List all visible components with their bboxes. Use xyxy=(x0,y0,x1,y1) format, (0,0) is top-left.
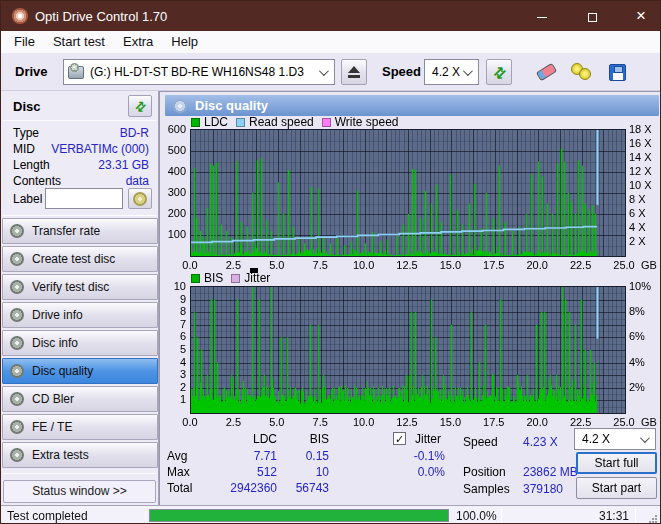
menu-item-file[interactable]: File xyxy=(5,31,44,53)
disc-info-icon xyxy=(10,336,24,350)
ldc-chart xyxy=(190,129,626,257)
eject-button[interactable] xyxy=(341,59,367,85)
stats-speed-label: Speed xyxy=(463,435,498,449)
fe-te-icon xyxy=(10,420,24,434)
panel-header: Disc quality xyxy=(165,95,659,116)
disc-info-row-type: TypeBD-R xyxy=(13,126,149,141)
divider xyxy=(3,120,156,121)
elapsed-time: 31:31 xyxy=(561,509,629,523)
divider xyxy=(3,473,156,474)
drive-select-value: (G:) HL-DT-ST BD-RE WH16NS48 1.D3 xyxy=(90,65,304,79)
disc-section-title: Disc xyxy=(13,99,40,114)
sidebar: Disc ⇄ TypeBD-RMIDVERBATIMc (000)Length2… xyxy=(1,91,159,505)
jitter-checkbox[interactable]: ✓ xyxy=(393,432,406,445)
chevron-down-icon xyxy=(463,66,473,76)
stats-speed-value: 4.23 X xyxy=(523,435,558,449)
maximize-button[interactable] xyxy=(569,1,615,31)
speed-select[interactable]: 4.2 X xyxy=(424,59,479,85)
bis-jitter-chart xyxy=(190,286,626,414)
speed-label: Speed xyxy=(382,64,421,79)
menubar: FileStart testExtraHelp xyxy=(1,31,660,53)
stats-row-label: Avg xyxy=(167,449,187,463)
stats-position-label: Position xyxy=(463,465,506,479)
statusbar: Test completed 100.0% 31:31 xyxy=(1,505,660,524)
disc-info-row-mid: MIDVERBATIMc (000) xyxy=(13,142,149,157)
eraser-icon xyxy=(535,63,556,82)
save-button[interactable] xyxy=(602,58,632,86)
test-speed-select[interactable]: 4.2 X xyxy=(574,428,656,450)
sidebar-item-transfer-rate[interactable]: Transfer rate xyxy=(2,218,158,244)
write-label-button[interactable] xyxy=(128,188,152,209)
menu-item-help[interactable]: Help xyxy=(162,31,207,53)
sidebar-item-cd-bler[interactable]: CD Bler xyxy=(2,386,158,412)
stats-header-bis: BIS xyxy=(281,432,329,446)
menu-item-start-test[interactable]: Start test xyxy=(44,31,114,53)
gears-icon xyxy=(571,63,593,81)
extra-tests-icon xyxy=(10,448,24,462)
disc-info-label: MID xyxy=(13,142,35,156)
test-speed-value: 4.2 X xyxy=(582,432,610,446)
disc-info-row-contents: Contentsdata xyxy=(13,174,149,189)
titlebar: Opti Drive Control 1.70 × xyxy=(1,1,660,31)
sidebar-item-extra-tests[interactable]: Extra tests xyxy=(2,442,158,468)
stats-row-label: Total xyxy=(167,481,192,495)
sidebar-item-label: Extra tests xyxy=(32,448,89,462)
stats-bis-value: 56743 xyxy=(281,481,329,495)
progress-fill xyxy=(150,510,448,521)
app-window: Opti Drive Control 1.70 × FileStart test… xyxy=(0,0,661,524)
stats-jitter-value: 0.0% xyxy=(379,465,445,479)
sidebar-item-drive-info[interactable]: Drive info xyxy=(2,302,158,328)
stats-header-ldc: LDC xyxy=(197,432,277,446)
resize-grip[interactable] xyxy=(649,515,657,523)
sidebar-item-fe-te[interactable]: FE / TE xyxy=(2,414,158,440)
stats-ldc-value: 7.71 xyxy=(197,449,277,463)
speed-select-value: 4.2 X xyxy=(432,65,460,79)
options-button[interactable] xyxy=(567,58,597,86)
stats-samples-value: 379180 xyxy=(523,482,563,496)
verify-test-disc-icon xyxy=(10,280,24,294)
stats-bis-value: 10 xyxy=(281,465,329,479)
sidebar-item-disc-info[interactable]: Disc info xyxy=(2,330,158,356)
drive-select[interactable]: (G:) HL-DT-ST BD-RE WH16NS48 1.D3 xyxy=(63,59,335,85)
menu-item-extra[interactable]: Extra xyxy=(114,31,162,53)
sidebar-item-label: Disc info xyxy=(32,336,78,350)
sidebar-item-disc-quality[interactable]: Disc quality xyxy=(2,358,158,384)
sidebar-item-label: FE / TE xyxy=(32,420,72,434)
stats-jitter-value: -0.1% xyxy=(379,449,445,463)
start-part-button[interactable]: Start part xyxy=(576,477,657,499)
label-input[interactable] xyxy=(45,188,123,209)
sidebar-item-label: Transfer rate xyxy=(32,224,100,238)
sidebar-item-label: Create test disc xyxy=(32,252,115,266)
statusbar-separator xyxy=(635,508,636,523)
stats-row-label: Max xyxy=(167,465,190,479)
stats-ldc-value: 512 xyxy=(197,465,277,479)
close-button[interactable]: × xyxy=(618,1,661,31)
cd-bler-icon xyxy=(10,392,24,406)
sidebar-item-create-test-disc[interactable]: Create test disc xyxy=(2,246,158,272)
status-text: Test completed xyxy=(7,509,88,523)
disc-info-label: Contents xyxy=(13,174,61,188)
eject-icon xyxy=(348,66,360,78)
create-test-disc-icon xyxy=(10,252,24,266)
maximize-icon xyxy=(588,13,597,22)
disc-info-value: VERBATIMc (000) xyxy=(51,142,149,156)
stats-ldc-value: 2942360 xyxy=(197,481,277,495)
minimize-button[interactable] xyxy=(519,1,565,31)
chevron-down-icon xyxy=(640,433,650,443)
refresh-drive-button[interactable]: ⇄ xyxy=(486,59,512,85)
check-icon: ✓ xyxy=(395,433,404,445)
sidebar-item-verify-test-disc[interactable]: Verify test disc xyxy=(2,274,158,300)
statusbar-separator xyxy=(501,508,502,523)
drive-icon xyxy=(68,66,84,79)
start-full-button[interactable]: Start full xyxy=(576,452,657,474)
refresh-icon: ⇄ xyxy=(132,98,149,115)
status-window-button[interactable]: Status window >> xyxy=(3,480,156,503)
app-icon xyxy=(12,8,28,24)
refresh-disc-button[interactable]: ⇄ xyxy=(128,95,152,117)
disc-info-value: 23.31 GB xyxy=(98,158,149,172)
minimize-icon xyxy=(537,17,547,18)
disc-quality-icon xyxy=(10,364,24,378)
erase-disc-button[interactable] xyxy=(531,58,561,86)
chevron-down-icon xyxy=(319,66,329,76)
jitter-checkbox-label: Jitter xyxy=(415,432,441,446)
